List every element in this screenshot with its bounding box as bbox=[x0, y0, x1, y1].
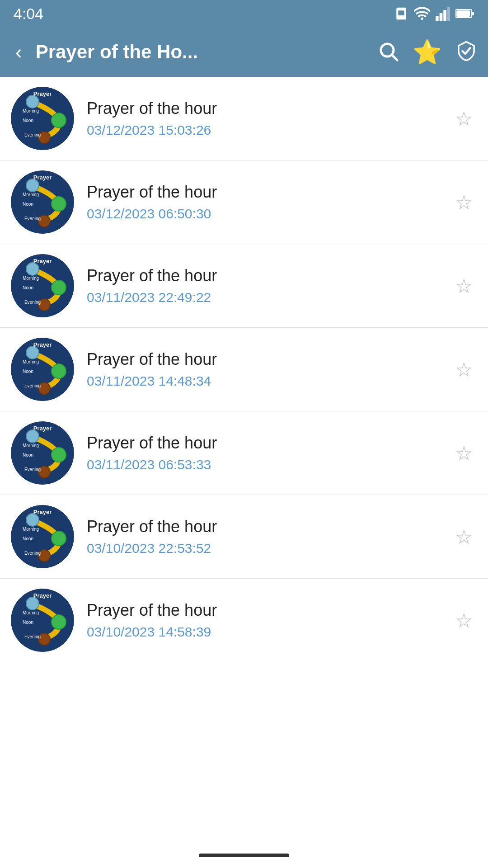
svg-point-22 bbox=[52, 197, 66, 211]
svg-text:Evening: Evening bbox=[24, 216, 41, 221]
svg-text:Prayer: Prayer bbox=[33, 258, 52, 264]
svg-text:Morning: Morning bbox=[23, 610, 39, 615]
list-item[interactable]: Prayer Morning Noon Evening Prayer of th… bbox=[0, 579, 488, 662]
svg-text:Noon: Noon bbox=[23, 369, 33, 374]
item-date: 03/12/2023 06:50:30 bbox=[87, 206, 450, 222]
svg-point-53 bbox=[26, 514, 39, 526]
item-content: Prayer of the hour 03/10/2023 14:58:39 bbox=[87, 601, 450, 640]
star-button[interactable]: ☆ bbox=[450, 604, 477, 637]
list-item[interactable]: Prayer Morning Noon Evening Prayer of th… bbox=[0, 411, 488, 495]
svg-line-11 bbox=[392, 55, 397, 60]
item-date: 03/11/2023 22:49:22 bbox=[87, 290, 450, 305]
svg-text:Evening: Evening bbox=[24, 634, 41, 639]
shield-button[interactable] bbox=[455, 40, 477, 64]
back-button[interactable]: ‹ bbox=[11, 36, 27, 68]
item-title: Prayer of the hour bbox=[87, 517, 450, 536]
prayer-icon: Prayer Morning Noon Evening bbox=[11, 254, 74, 317]
svg-point-61 bbox=[26, 597, 39, 610]
svg-text:Prayer: Prayer bbox=[33, 341, 52, 348]
item-title: Prayer of the hour bbox=[87, 99, 450, 118]
star-button[interactable]: ☆ bbox=[450, 354, 477, 386]
signal-icon bbox=[436, 6, 450, 21]
prayer-icon: Prayer Morning Noon Evening bbox=[11, 589, 74, 652]
svg-text:Noon: Noon bbox=[23, 202, 33, 207]
svg-text:Evening: Evening bbox=[24, 551, 41, 556]
star-button[interactable]: ☆ bbox=[450, 186, 477, 218]
app-bar-actions: ⭐ bbox=[377, 38, 477, 66]
svg-rect-6 bbox=[447, 7, 450, 21]
svg-text:Prayer: Prayer bbox=[33, 90, 52, 97]
star-icon: ⭐ bbox=[413, 39, 442, 65]
item-title: Prayer of the hour bbox=[87, 350, 450, 369]
item-title: Prayer of the hour bbox=[87, 601, 450, 620]
star-button[interactable]: ☆ bbox=[450, 270, 477, 302]
list-item[interactable]: Prayer Morning Noon Evening Prayer of th… bbox=[0, 328, 488, 411]
star-button[interactable]: ☆ bbox=[450, 437, 477, 469]
svg-text:Morning: Morning bbox=[23, 527, 39, 532]
list-item[interactable]: Prayer Morning Noon Evening Prayer of th… bbox=[0, 244, 488, 328]
svg-text:Morning: Morning bbox=[23, 192, 39, 197]
item-content: Prayer of the hour 03/11/2023 14:48:34 bbox=[87, 350, 450, 389]
search-icon bbox=[377, 40, 399, 62]
list-item[interactable]: Prayer Morning Noon Evening Prayer of th… bbox=[0, 495, 488, 579]
prayer-icon: Prayer Morning Noon Evening bbox=[11, 505, 74, 568]
sim-icon bbox=[394, 6, 408, 21]
svg-point-29 bbox=[26, 263, 39, 275]
svg-text:Noon: Noon bbox=[23, 453, 33, 458]
svg-point-45 bbox=[26, 430, 39, 443]
svg-point-37 bbox=[26, 346, 39, 359]
app-bar: ‹ Prayer of the Ho... ⭐ bbox=[0, 27, 488, 77]
prayer-icon: Prayer Morning Noon Evening bbox=[11, 87, 74, 150]
svg-rect-1 bbox=[398, 10, 404, 15]
status-bar: 4:04 bbox=[0, 0, 488, 27]
battery-icon bbox=[455, 8, 474, 19]
svg-text:Noon: Noon bbox=[23, 620, 33, 625]
item-content: Prayer of the hour 03/12/2023 15:03:26 bbox=[87, 99, 450, 138]
svg-text:Evening: Evening bbox=[24, 300, 41, 305]
svg-point-54 bbox=[52, 531, 66, 546]
svg-text:Prayer: Prayer bbox=[33, 174, 52, 181]
list-item[interactable]: Prayer Morning Noon Evening Prayer of th… bbox=[0, 77, 488, 160]
svg-point-30 bbox=[52, 280, 66, 295]
item-title: Prayer of the hour bbox=[87, 434, 450, 453]
svg-text:Morning: Morning bbox=[23, 276, 39, 281]
svg-text:Prayer: Prayer bbox=[33, 425, 52, 432]
shield-icon bbox=[455, 40, 477, 62]
star-button[interactable]: ☆ bbox=[450, 521, 477, 553]
svg-text:Noon: Noon bbox=[23, 536, 33, 541]
item-content: Prayer of the hour 03/12/2023 06:50:30 bbox=[87, 183, 450, 222]
item-date: 03/10/2023 14:58:39 bbox=[87, 624, 450, 640]
home-indicator bbox=[199, 854, 289, 857]
search-button[interactable] bbox=[377, 40, 399, 64]
item-title: Prayer of the hour bbox=[87, 183, 450, 202]
svg-point-13 bbox=[26, 95, 39, 108]
item-date: 03/10/2023 22:53:52 bbox=[87, 541, 450, 556]
nav-bar bbox=[0, 843, 488, 868]
svg-text:Evening: Evening bbox=[24, 383, 41, 388]
svg-point-62 bbox=[52, 615, 66, 629]
item-date: 03/11/2023 06:53:33 bbox=[87, 457, 450, 472]
prayer-list: Prayer Morning Noon Evening Prayer of th… bbox=[0, 77, 488, 662]
svg-text:Morning: Morning bbox=[23, 108, 39, 113]
svg-point-14 bbox=[52, 113, 66, 127]
svg-text:Evening: Evening bbox=[24, 132, 41, 137]
svg-text:Prayer: Prayer bbox=[33, 592, 52, 599]
list-item[interactable]: Prayer Morning Noon Evening Prayer of th… bbox=[0, 160, 488, 244]
svg-point-21 bbox=[26, 179, 39, 192]
star-filter-button[interactable]: ⭐ bbox=[413, 38, 442, 66]
svg-text:Morning: Morning bbox=[23, 359, 39, 364]
prayer-icon: Prayer Morning Noon Evening bbox=[11, 421, 74, 485]
svg-point-38 bbox=[52, 364, 66, 378]
svg-text:Prayer: Prayer bbox=[33, 509, 52, 515]
svg-point-2 bbox=[421, 18, 423, 20]
svg-rect-4 bbox=[440, 13, 443, 21]
svg-rect-9 bbox=[456, 10, 470, 17]
item-title: Prayer of the hour bbox=[87, 266, 450, 285]
status-icons bbox=[394, 6, 474, 21]
star-button[interactable]: ☆ bbox=[450, 103, 477, 135]
svg-rect-5 bbox=[443, 10, 446, 21]
svg-text:Evening: Evening bbox=[24, 467, 41, 472]
svg-text:Noon: Noon bbox=[23, 285, 33, 290]
item-content: Prayer of the hour 03/11/2023 22:49:22 bbox=[87, 266, 450, 305]
item-date: 03/11/2023 14:48:34 bbox=[87, 373, 450, 389]
